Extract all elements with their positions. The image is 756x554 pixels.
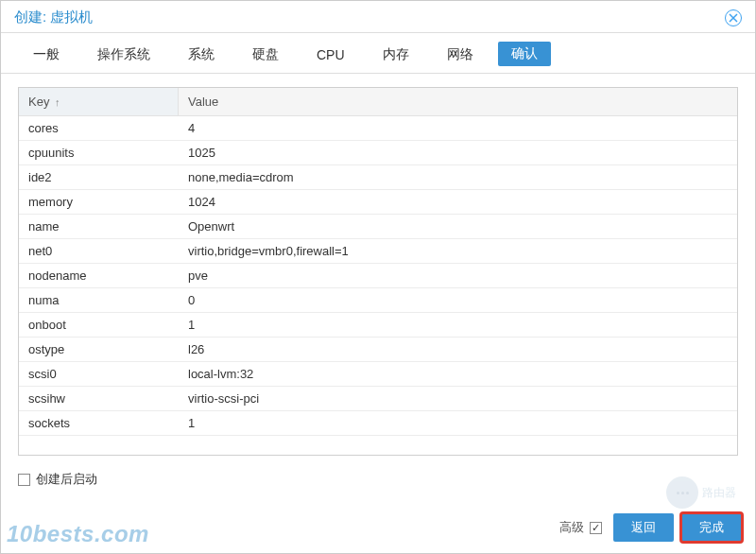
table-row[interactable]: cores4	[19, 116, 737, 141]
content-area: Key ↑ Value cores4cpuunits1025ide2none,m…	[1, 74, 755, 461]
cell-key: memory	[19, 190, 179, 214]
cell-value: 1024	[179, 190, 737, 214]
cell-key: scsi0	[19, 362, 179, 386]
cell-value: 1	[179, 411, 737, 435]
cell-value: pve	[179, 264, 737, 287]
start-after-create-checkbox[interactable]	[18, 474, 30, 486]
tab-disk[interactable]: 硬盘	[239, 41, 292, 73]
summary-grid: Key ↑ Value cores4cpuunits1025ide2none,m…	[18, 87, 738, 456]
table-row[interactable]: sockets1	[19, 411, 737, 436]
table-row[interactable]: nodenamepve	[19, 264, 737, 288]
tab-cpu[interactable]: CPU	[303, 42, 358, 72]
cell-key: ostype	[19, 338, 179, 361]
cell-key: ide2	[19, 165, 179, 189]
table-row[interactable]: cpuunits1025	[19, 141, 737, 165]
advanced-toggle[interactable]: 高级 ✓	[559, 519, 602, 536]
cell-value: 1	[179, 313, 737, 337]
dialog-footer: 高级 ✓ 返回 完成	[559, 513, 742, 542]
table-row[interactable]: numa0	[19, 288, 737, 313]
cell-key: cpuunits	[19, 141, 179, 164]
advanced-checkbox[interactable]: ✓	[590, 522, 602, 534]
start-after-create-label: 创建后启动	[36, 471, 97, 488]
tab-general[interactable]: 一般	[20, 41, 73, 73]
grid-header: Key ↑ Value	[19, 88, 737, 116]
table-row[interactable]: memory1024	[19, 190, 737, 215]
column-header-value-label: Value	[188, 95, 218, 109]
advanced-label: 高级	[559, 519, 584, 536]
tab-bar: 一般 操作系统 系统 硬盘 CPU 内存 网络 确认	[1, 33, 755, 74]
cell-value: virtio-scsi-pci	[179, 387, 737, 410]
cell-key: cores	[19, 116, 179, 140]
cell-value: Openwrt	[179, 215, 737, 238]
cell-value: 0	[179, 288, 737, 312]
back-button[interactable]: 返回	[613, 513, 674, 542]
cell-key: scsihw	[19, 387, 179, 410]
tab-system[interactable]: 系统	[175, 41, 228, 73]
table-row[interactable]: nameOpenwrt	[19, 215, 737, 239]
start-after-create-row[interactable]: 创建后启动	[1, 461, 755, 492]
table-row[interactable]: ostypel26	[19, 338, 737, 362]
table-row[interactable]: ide2none,media=cdrom	[19, 165, 737, 190]
finish-button[interactable]: 完成	[681, 513, 742, 542]
tab-confirm[interactable]: 确认	[498, 42, 551, 66]
column-header-key-label: Key	[28, 95, 49, 109]
sort-asc-icon: ↑	[55, 96, 60, 108]
tab-os[interactable]: 操作系统	[84, 41, 163, 73]
table-row[interactable]: net0virtio,bridge=vmbr0,firewall=1	[19, 239, 737, 264]
cell-key: onboot	[19, 313, 179, 337]
cell-key: nodename	[19, 264, 179, 287]
cell-key: sockets	[19, 411, 179, 435]
column-header-key[interactable]: Key ↑	[19, 88, 179, 115]
tab-memory[interactable]: 内存	[369, 41, 422, 73]
cell-value: virtio,bridge=vmbr0,firewall=1	[179, 239, 737, 263]
cell-value: 1025	[179, 141, 737, 164]
column-header-value[interactable]: Value	[179, 88, 737, 115]
cell-key: numa	[19, 288, 179, 312]
watermark-left: 10bests.com	[7, 521, 149, 547]
cell-value: none,media=cdrom	[179, 165, 737, 189]
dialog-header: 创建: 虚拟机	[1, 1, 755, 33]
table-row[interactable]: scsi0local-lvm:32	[19, 362, 737, 387]
cell-value: 4	[179, 116, 737, 140]
table-row[interactable]: scsihwvirtio-scsi-pci	[19, 387, 737, 411]
close-icon[interactable]	[725, 9, 742, 26]
grid-body[interactable]: cores4cpuunits1025ide2none,media=cdromme…	[19, 116, 737, 455]
cell-value: l26	[179, 338, 737, 361]
cell-value: local-lvm:32	[179, 362, 737, 386]
tab-network[interactable]: 网络	[434, 41, 487, 73]
cell-key: name	[19, 215, 179, 238]
cell-key: net0	[19, 239, 179, 263]
table-row[interactable]: onboot1	[19, 313, 737, 338]
dialog-title: 创建: 虚拟机	[14, 9, 93, 26]
